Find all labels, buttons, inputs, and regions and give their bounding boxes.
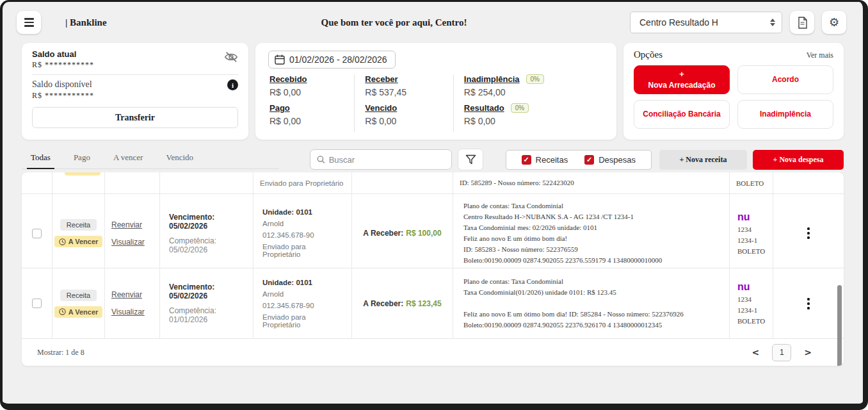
tab-a-vencer[interactable]: A vencer bbox=[113, 152, 143, 163]
table-row-partial: Enviado para Proprietário ID: 585289 - N… bbox=[22, 172, 844, 194]
pagination: < 1 > bbox=[752, 344, 830, 361]
nubank-logo: nu bbox=[737, 212, 766, 222]
partial-unit-status: Enviado para Proprietário bbox=[260, 179, 345, 187]
resend-link[interactable]: Reenviar bbox=[111, 220, 153, 229]
funnel-icon bbox=[465, 154, 476, 165]
document-button[interactable] bbox=[790, 11, 814, 34]
status-text: A Vencer bbox=[68, 308, 99, 316]
stat-label-pago[interactable]: Pago bbox=[269, 103, 290, 113]
competence-date: Competência: 01/01/2026 bbox=[169, 306, 246, 324]
stat-value-inadimplencia: R$ 254,00 bbox=[464, 87, 604, 97]
new-expense-button[interactable]: + Nova despesa bbox=[753, 150, 844, 170]
row-checkbox[interactable] bbox=[32, 229, 42, 238]
bank-agency: 1234 bbox=[737, 295, 766, 303]
current-balance-label: Saldo atual bbox=[32, 49, 224, 59]
transfer-button[interactable]: Transferir bbox=[32, 107, 238, 128]
receitas-label: Receitas bbox=[536, 155, 568, 165]
status-badge: A Vencer bbox=[54, 306, 103, 318]
table-row: Receita A Vencer Reenviar Visualizar Ven… bbox=[22, 194, 844, 268]
bank-reconciliation-button[interactable]: Conciliação Bancária bbox=[634, 100, 730, 129]
stat-label-receber[interactable]: Receber bbox=[365, 74, 398, 84]
partial-method: BOLETO bbox=[736, 179, 766, 187]
new-collection-button[interactable]: + Nova Arrecadação bbox=[634, 65, 730, 94]
unit-document: 012.345.678-90 bbox=[262, 302, 345, 309]
hamburger-icon bbox=[24, 18, 34, 27]
unit-document: 012.345.678-90 bbox=[262, 231, 345, 239]
prev-page-icon[interactable]: < bbox=[752, 347, 760, 357]
view-link[interactable]: Visualizar bbox=[111, 308, 153, 316]
unit-status: Enviado para Proprietário bbox=[262, 313, 345, 329]
type-filters: ✓ Receitas ✓ Despesas bbox=[506, 150, 652, 170]
stat-value-recebido: R$ 0,00 bbox=[269, 87, 354, 97]
competence-date: Competência: 05/02/2026 bbox=[169, 236, 246, 254]
header-actions: Centro Resultado H ⚙ bbox=[630, 11, 846, 34]
bank-account: 1234-1 bbox=[737, 236, 766, 244]
kebab-menu-icon[interactable] bbox=[805, 295, 812, 312]
delinquency-button[interactable]: Inadimplência bbox=[737, 100, 833, 129]
unit-id: Unidade: 0101 bbox=[262, 279, 345, 286]
desc-line: Plano de contas: Taxa Condominial bbox=[463, 201, 719, 211]
unit-id: Unidade: 0101 bbox=[262, 208, 345, 216]
document-icon bbox=[797, 17, 808, 29]
payment-method: BOLETO bbox=[737, 317, 766, 325]
settings-button[interactable]: ⚙ bbox=[822, 11, 846, 34]
due-date: Vencimento: 05/02/2026 bbox=[169, 283, 246, 300]
view-link[interactable]: Visualizar bbox=[111, 238, 153, 247]
desc-line: Taxa Condominial(01/2026) unidade 0101: … bbox=[463, 287, 719, 298]
center-select-value: Centro Resultado H bbox=[639, 17, 770, 28]
search-input[interactable] bbox=[329, 155, 445, 165]
inadimplencia-percent-badge: 0% bbox=[526, 74, 544, 84]
unit-owner: Arnold bbox=[262, 290, 345, 298]
new-collection-label: Nova Arrecadação bbox=[648, 80, 716, 91]
bank-account: 1234-1 bbox=[737, 306, 766, 314]
see-more-link[interactable]: Ver mais bbox=[807, 51, 833, 60]
desc-line: Feliz ano novo E um ótimo bom dia! ID: 5… bbox=[463, 309, 719, 320]
filter-button[interactable] bbox=[458, 149, 483, 170]
date-range-value: 01/02/2026 - 28/02/2026 bbox=[289, 54, 387, 65]
value-amount: R$ 100,00 bbox=[406, 229, 441, 238]
clipped-badge bbox=[65, 172, 100, 176]
despesas-checkbox[interactable]: ✓ bbox=[584, 155, 594, 165]
brand-title: | Bankline bbox=[65, 17, 107, 28]
date-range-picker[interactable]: 01/02/2026 - 28/02/2026 bbox=[268, 51, 396, 69]
filter-despesas[interactable]: ✓ Despesas bbox=[584, 155, 636, 165]
value-label: A Receber: bbox=[363, 299, 403, 308]
row-checkbox[interactable] bbox=[32, 299, 42, 308]
table-scrollbar[interactable] bbox=[837, 285, 842, 366]
table-footer: Mostrar: 1 de 8 < 1 > bbox=[22, 339, 844, 366]
info-glyph: i bbox=[232, 81, 234, 89]
resend-link[interactable]: Reenviar bbox=[111, 290, 153, 299]
filter-receitas[interactable]: ✓ Receitas bbox=[522, 155, 568, 165]
check-icon: ✓ bbox=[586, 156, 592, 163]
tab-todas[interactable]: Todas bbox=[31, 152, 51, 163]
list-toolbar: Todas Pago A vencer Vencido ✓ Receitas ✓… bbox=[3, 140, 863, 169]
stat-value-resultado: R$ 0,00 bbox=[464, 116, 604, 126]
tab-vencido[interactable]: Vencido bbox=[166, 152, 193, 163]
check-icon: ✓ bbox=[524, 156, 529, 163]
clock-icon bbox=[59, 308, 66, 315]
greeting-text: Que bom ter você por aqui, Centro! bbox=[321, 17, 467, 28]
tab-pago[interactable]: Pago bbox=[74, 152, 90, 163]
center-select[interactable]: Centro Resultado H bbox=[630, 12, 782, 33]
new-income-button[interactable]: + Nova receita bbox=[659, 150, 747, 170]
stat-value-receber: R$ 537,45 bbox=[365, 87, 453, 97]
agreement-button[interactable]: Acordo bbox=[737, 65, 833, 94]
stat-label-resultado[interactable]: Resultado bbox=[464, 103, 504, 113]
info-icon[interactable]: i bbox=[227, 79, 238, 90]
hamburger-menu-button[interactable] bbox=[17, 11, 41, 34]
search-icon bbox=[317, 155, 325, 164]
stat-label-vencido[interactable]: Vencido bbox=[365, 103, 397, 113]
page-number[interactable]: 1 bbox=[772, 344, 791, 361]
desc-line: Taxa Condominial mes: 02/2026 unidade: 0… bbox=[463, 222, 719, 233]
stat-label-inadimplencia[interactable]: Inadimplência bbox=[464, 74, 520, 84]
kebab-menu-icon[interactable] bbox=[805, 225, 812, 242]
stat-label-recebido[interactable]: Recebido bbox=[269, 74, 307, 84]
next-page-icon[interactable]: > bbox=[804, 347, 812, 357]
card-divider bbox=[32, 74, 238, 75]
available-balance-value: R$ *********** bbox=[32, 91, 227, 101]
status-text: A Vencer bbox=[68, 238, 99, 245]
receitas-checkbox[interactable]: ✓ bbox=[522, 155, 531, 165]
eye-off-icon[interactable] bbox=[224, 51, 238, 63]
type-badge: Receita bbox=[60, 290, 97, 301]
desc-line: Centro Resultado H->NUBANK S.A - AG 1234… bbox=[463, 211, 719, 222]
